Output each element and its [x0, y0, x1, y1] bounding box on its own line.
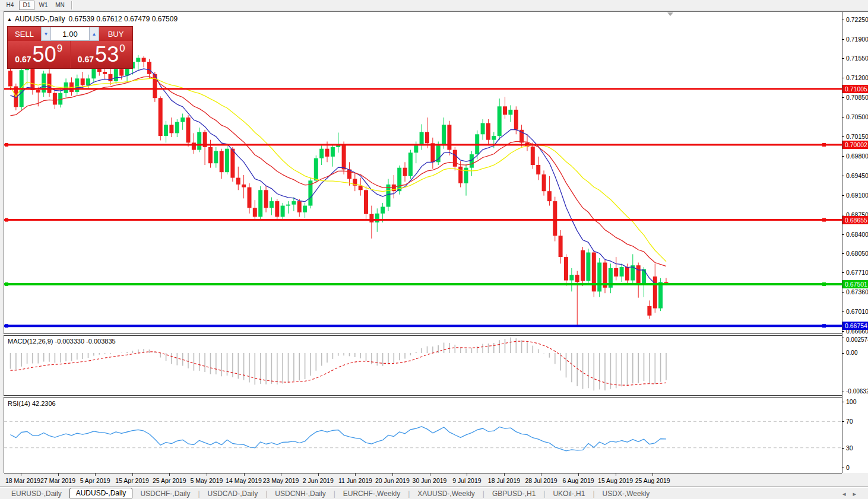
- time-axis-label: 23 May 2019: [263, 477, 299, 484]
- price-axis-tick: [842, 136, 844, 137]
- timeframe-button-w1[interactable]: W1: [36, 1, 51, 10]
- volume-decrease-button[interactable]: ▼: [41, 27, 51, 41]
- price-axis-tick: [842, 195, 844, 196]
- sell-price-big: 50: [33, 43, 56, 66]
- price-axis-tick-label: 0.71200: [846, 74, 868, 81]
- time-axis-tick: [207, 473, 207, 476]
- time-axis-label: 25 Apr 2019: [153, 477, 186, 484]
- price-axis-tick: [842, 312, 844, 312]
- time-axis-label: 15 Apr 2019: [115, 477, 149, 484]
- price-axis-tick-label: 0.72250: [846, 16, 868, 23]
- time-axis-tick: [578, 473, 579, 476]
- chart-tab-audusd[interactable]: AUDUSD-,Daily: [69, 488, 133, 498]
- chart-shift-marker-icon[interactable]: [667, 12, 673, 16]
- time-axis-label: 25 Aug 2019: [635, 477, 670, 484]
- price-axis-tick-label: 0.69450: [846, 172, 868, 179]
- rsi-label: RSI(14) 42.2306: [8, 400, 56, 407]
- price-axis-tick-label: 0.67710: [846, 269, 868, 276]
- time-axis-label: 11 Jun 2019: [338, 477, 372, 484]
- one-click-collapse-icon[interactable]: ▲: [7, 17, 12, 22]
- time-axis-tick: [318, 473, 319, 476]
- tab-scroll-right-icon[interactable]: ▸: [853, 490, 863, 497]
- sell-price-prefix: 0.67: [15, 55, 31, 64]
- time-axis-label: 5 Apr 2019: [80, 477, 110, 484]
- volume-increase-button[interactable]: ▲: [89, 27, 99, 41]
- macd-axis-label: 0.002574: [846, 336, 868, 343]
- chevron-up-icon: ▲: [92, 31, 97, 37]
- time-axis-tick: [21, 473, 21, 476]
- one-click-trading-panel: SELL ▼ ▲ BUY 0.67 50 9 0.67 53 0: [7, 26, 133, 69]
- macd-axis-label: -0.006326: [846, 388, 868, 395]
- price-axis-tick: [842, 58, 844, 59]
- chart-symbol-label: AUDUSD-,Daily: [15, 15, 65, 23]
- time-axis-tick: [132, 473, 133, 476]
- price-axis-tick-label: 0.68400: [846, 231, 868, 238]
- price-axis-tick: [842, 292, 844, 293]
- sell-price-button[interactable]: 0.67 50 9: [8, 41, 70, 68]
- chart-tab-usdcad[interactable]: USDCAD-,Daily: [200, 489, 266, 498]
- rsi-axis-tick: [842, 421, 844, 422]
- price-axis-tick-label: 0.71550: [846, 55, 868, 62]
- timeframe-toolbar: H4D1W1MN: [0, 0, 868, 11]
- price-axis-tick-label: 0.71900: [846, 36, 868, 43]
- time-axis-label: 15 Aug 2019: [598, 477, 633, 484]
- time-axis-tick: [392, 473, 393, 476]
- time-axis-tick: [541, 473, 541, 476]
- chart-tab-usdx[interactable]: USDX-,Weekly: [595, 489, 658, 498]
- buy-button[interactable]: BUY: [99, 27, 132, 41]
- rsi-axis-label: 0: [846, 464, 850, 471]
- sell-button[interactable]: SELL: [8, 27, 41, 41]
- price-axis-tick: [842, 234, 844, 235]
- price-axis-tick-label: 0.70500: [846, 113, 868, 120]
- price-axis-tick: [842, 97, 844, 98]
- buy-price-button[interactable]: 0.67 53 0: [71, 41, 133, 68]
- buy-price-big: 53: [95, 43, 119, 66]
- timeframe-button-d1[interactable]: D1: [19, 1, 34, 10]
- chart-tab-ukoil[interactable]: UKOil-,H1: [545, 489, 593, 498]
- macd-axis-tick: [842, 392, 844, 392]
- timeframe-button-mn[interactable]: MN: [52, 1, 68, 10]
- macd-axis-tick: [842, 338, 844, 338]
- time-axis-tick: [467, 473, 467, 476]
- time-axis-tick: [616, 473, 616, 476]
- price-axis-tick: [842, 78, 844, 78]
- price-axis-tick-label: 0.69100: [846, 192, 868, 199]
- time-axis-label: 2 Jun 2019: [303, 477, 334, 484]
- time-axis-label: 30 Jun 2019: [413, 477, 447, 484]
- volume-input[interactable]: [51, 27, 89, 41]
- macd-pane-canvas[interactable]: [4, 336, 842, 395]
- chart-tab-eurusd[interactable]: EURUSD-,Daily: [4, 489, 69, 498]
- sell-price-pip: 9: [57, 43, 62, 55]
- chart-tab-gbpusd[interactable]: GBPUSD-,H1: [484, 489, 543, 498]
- timeframe-button-h4[interactable]: H4: [2, 1, 18, 10]
- chart-tab-usdchf[interactable]: USDCHF-,Daily: [132, 489, 198, 498]
- time-axis-tick: [652, 473, 653, 476]
- macd-axis-tick: [842, 353, 844, 354]
- chart-ohlc-values: 0.67539 0.67612 0.67479 0.67509: [69, 15, 178, 23]
- chart-tab-usdcnh[interactable]: USDCNH-,Daily: [267, 489, 333, 498]
- rsi-axis-label: 70: [846, 418, 853, 425]
- time-axis-label: 27 Mar 2019: [40, 477, 75, 484]
- price-line-label: 0.67501: [842, 280, 868, 288]
- chart-tab-xauusd[interactable]: XAUUSD-,Weekly: [410, 489, 482, 498]
- macd-axis-label: 0.00: [846, 349, 857, 356]
- price-axis-tick-label: 0.70850: [846, 94, 868, 101]
- chart-tab-eurchf[interactable]: EURCHF-,Weekly: [335, 489, 408, 498]
- price-axis-tick-label: 0.69800: [846, 152, 868, 160]
- chart-title: ▲AUDUSD-,Daily0.67539 0.67612 0.67479 0.…: [7, 15, 178, 23]
- price-axis-tick: [842, 39, 844, 40]
- price-axis-tick: [842, 215, 844, 215]
- price-axis-tick: [842, 176, 844, 176]
- time-axis-label: 14 May 2019: [226, 477, 262, 484]
- rsi-axis-tick: [842, 468, 844, 468]
- mt4-window: H4D1W1MN ▲AUDUSD-,Daily0.67539 0.67612 0…: [0, 0, 868, 499]
- time-axis-tick: [355, 473, 356, 476]
- time-axis-tick: [95, 473, 96, 476]
- time-axis-tick: [281, 473, 281, 476]
- price-axis-tick-label: 0.67010: [846, 308, 868, 315]
- rsi-pane-canvas[interactable]: [4, 398, 842, 473]
- tab-scroll-arrows: ◂▸: [842, 490, 863, 498]
- time-axis-label: 28 Jul 2019: [525, 477, 557, 484]
- tab-scroll-left-icon[interactable]: ◂: [842, 490, 853, 497]
- rsi-axis-tick: [842, 448, 844, 449]
